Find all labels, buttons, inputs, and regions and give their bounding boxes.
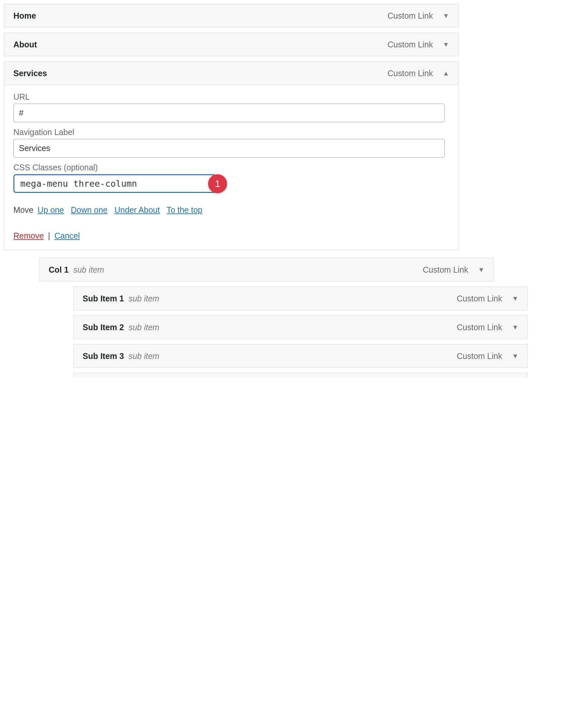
- chevron-down-icon[interactable]: ▼: [478, 266, 484, 273]
- move-label: Move: [14, 205, 33, 215]
- menu-item-type: Custom Link: [387, 11, 433, 21]
- menu-item-type: Custom Link: [457, 294, 502, 303]
- navigation-label-label: Navigation Label: [14, 127, 449, 137]
- menu-item-title: Sub Item 3: [83, 351, 124, 361]
- chevron-down-icon[interactable]: ▼: [443, 41, 449, 48]
- menu-structure: Home Custom Link ▼ About Custom Link ▼ S…: [4, 4, 512, 378]
- menu-item-title: Home: [14, 11, 36, 21]
- menu-item-title: Sub Item 2: [83, 323, 124, 332]
- menu-item-settings-panel: URL Navigation Label CSS Classes (option…: [4, 85, 458, 250]
- remove-link[interactable]: Remove: [14, 231, 44, 240]
- menu-item-home[interactable]: Home Custom Link ▼: [4, 4, 459, 27]
- menu-item-title: Col 1: [49, 265, 69, 274]
- menu-item-subtitle: sub item: [128, 351, 159, 361]
- menu-item-subtitle: sub item: [128, 294, 159, 303]
- chevron-down-icon[interactable]: ▼: [512, 324, 519, 330]
- url-input[interactable]: [14, 104, 445, 122]
- menu-item-services: Services Custom Link ▲ URL Navigation La…: [4, 61, 459, 250]
- menu-item-type: Custom Link: [387, 69, 433, 78]
- menu-item-services-header[interactable]: Services Custom Link ▲: [4, 62, 458, 85]
- menu-item-subtitle: sub item: [73, 265, 104, 274]
- chevron-down-icon[interactable]: ▼: [512, 353, 519, 359]
- menu-item-sub3[interactable]: Sub Item 3 sub item Custom Link ▼: [73, 344, 528, 368]
- menu-item-title: About: [14, 40, 37, 49]
- menu-item-partial: [73, 373, 528, 378]
- navigation-label-input[interactable]: [14, 139, 445, 158]
- move-up-link[interactable]: Up one: [38, 205, 64, 215]
- menu-item-subtitle: sub item: [128, 323, 159, 332]
- move-top-link[interactable]: To the top: [167, 205, 203, 215]
- cancel-link[interactable]: Cancel: [55, 231, 80, 240]
- menu-item-sub1[interactable]: Sub Item 1 sub item Custom Link ▼: [73, 287, 528, 310]
- chevron-up-icon[interactable]: ▲: [443, 70, 449, 77]
- move-under-link[interactable]: Under About: [114, 205, 160, 215]
- menu-item-type: Custom Link: [423, 265, 468, 274]
- menu-item-title: Sub Item 1: [83, 294, 124, 303]
- css-classes-label: CSS Classes (optional): [14, 163, 449, 172]
- menu-item-sub2[interactable]: Sub Item 2 sub item Custom Link ▼: [73, 316, 528, 339]
- menu-item-col1[interactable]: Col 1 sub item Custom Link ▼: [39, 258, 494, 282]
- separator: |: [48, 231, 50, 240]
- chevron-down-icon[interactable]: ▼: [512, 295, 519, 302]
- chevron-down-icon[interactable]: ▼: [443, 13, 449, 19]
- menu-item-type: Custom Link: [387, 40, 433, 49]
- menu-item-title: Services: [14, 69, 47, 78]
- menu-item-type: Custom Link: [457, 351, 502, 361]
- url-label: URL: [14, 92, 449, 102]
- move-down-link[interactable]: Down one: [71, 205, 108, 215]
- css-classes-input[interactable]: [14, 174, 216, 193]
- menu-item-type: Custom Link: [457, 323, 502, 332]
- annotation-badge-1: 1: [208, 174, 227, 193]
- menu-item-about[interactable]: About Custom Link ▼: [4, 33, 459, 56]
